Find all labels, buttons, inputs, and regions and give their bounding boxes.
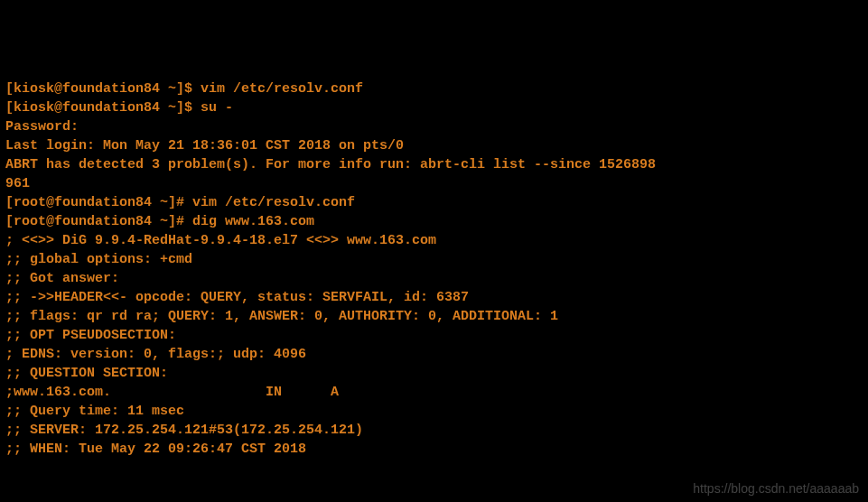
terminal-line: Password: xyxy=(5,117,863,136)
terminal-line: ABRT has detected 3 problem(s). For more… xyxy=(5,155,863,174)
terminal-line: [root@foundation84 ~]# vim /etc/resolv.c… xyxy=(5,193,863,212)
terminal-line: ;; ->>HEADER<<- opcode: QUERY, status: S… xyxy=(5,288,863,307)
terminal-line: ;; OPT PSEUDOSECTION: xyxy=(5,326,863,345)
terminal-line: ;; Query time: 11 msec xyxy=(5,402,863,421)
terminal-line: ;; WHEN: Tue May 22 09:26:47 CST 2018 xyxy=(5,440,863,459)
terminal-line: ;; flags: qr rd ra; QUERY: 1, ANSWER: 0,… xyxy=(5,307,863,326)
terminal-line: ;; global options: +cmd xyxy=(5,250,863,269)
terminal-line: ; <<>> DiG 9.9.4-RedHat-9.9.4-18.el7 <<>… xyxy=(5,231,863,250)
terminal-line: Last login: Mon May 21 18:36:01 CST 2018… xyxy=(5,136,863,155)
watermark-text: https://blog.csdn.net/aaaaaab xyxy=(693,480,859,498)
terminal-line: ;www.163.com. IN A xyxy=(5,383,863,402)
terminal-line: [kiosk@foundation84 ~]$ vim /etc/resolv.… xyxy=(5,79,863,98)
terminal-line: ; EDNS: version: 0, flags:; udp: 4096 xyxy=(5,345,863,364)
terminal-line: [root@foundation84 ~]# dig www.163.com xyxy=(5,212,863,231)
terminal-line: ;; SERVER: 172.25.254.121#53(172.25.254.… xyxy=(5,421,863,440)
terminal-line: 961 xyxy=(5,174,863,193)
terminal-line: ;; QUESTION SECTION: xyxy=(5,364,863,383)
terminal-line: [kiosk@foundation84 ~]$ su - xyxy=(5,98,863,117)
terminal-line: ;; Got answer: xyxy=(5,269,863,288)
terminal-output: [kiosk@foundation84 ~]$ vim /etc/resolv.… xyxy=(5,79,863,459)
